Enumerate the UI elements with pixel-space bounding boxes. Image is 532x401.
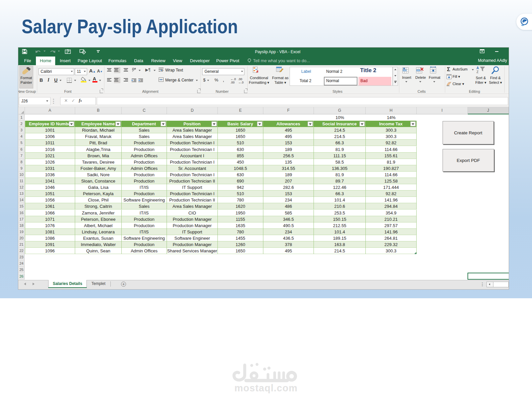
svg-text:≠: ≠ [256, 69, 258, 73]
svg-text:Z: Z [476, 70, 478, 74]
svg-text:A: A [476, 66, 479, 70]
